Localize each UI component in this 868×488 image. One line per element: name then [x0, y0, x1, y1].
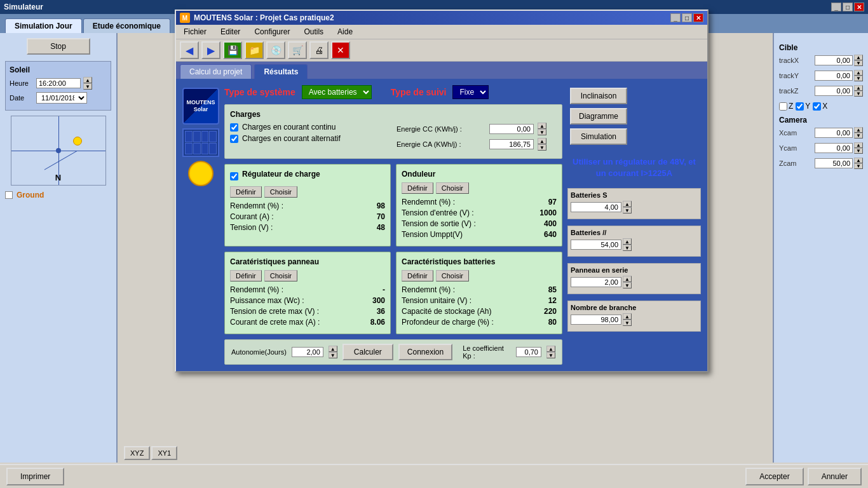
- toolbar-floppy[interactable]: 💿: [266, 41, 285, 59]
- modal-minimize[interactable]: _: [670, 13, 681, 22]
- autonomie-input[interactable]: [292, 347, 323, 357]
- autonomie-down[interactable]: ▼: [329, 352, 337, 358]
- batteries-parallel-up[interactable]: ▲: [623, 238, 632, 245]
- annuler-btn[interactable]: Annuler: [808, 468, 862, 485]
- toolbar-print[interactable]: 🖨: [309, 41, 329, 59]
- nombre-branche-down[interactable]: ▼: [623, 320, 632, 326]
- zcam-up[interactable]: ▲: [854, 158, 863, 163]
- pan-define-row: Définir Choisir: [230, 270, 385, 281]
- energie-ca-up[interactable]: ▲: [538, 138, 546, 144]
- calculer-btn[interactable]: Calculer: [342, 344, 393, 360]
- menu-outils[interactable]: Outils: [300, 26, 327, 37]
- trackZ-input[interactable]: [815, 86, 853, 96]
- trackX-input[interactable]: [815, 55, 853, 65]
- batt-choisir-btn[interactable]: Choisir: [436, 270, 469, 281]
- kp-down[interactable]: ▼: [546, 352, 555, 358]
- diagramme-btn[interactable]: Diagramme: [570, 108, 627, 125]
- nombre-branche-up[interactable]: ▲: [623, 313, 632, 320]
- tab-calcul[interactable]: Calcul du projet: [180, 64, 252, 79]
- trackX-up[interactable]: ▲: [854, 55, 863, 60]
- panneau-serie-input[interactable]: [571, 277, 621, 287]
- trackY-up[interactable]: ▲: [854, 70, 863, 76]
- x-check-item: X: [813, 102, 827, 111]
- tab-simulation-jour[interactable]: Simulation Jour: [5, 18, 82, 33]
- simulation-btn[interactable]: Simulation: [570, 128, 627, 145]
- ond-definir-btn[interactable]: Définir: [402, 182, 433, 194]
- tab-etude-economique[interactable]: Etude économique: [83, 18, 170, 33]
- system-type-select[interactable]: Avec batteries: [302, 85, 372, 99]
- toolbar-save-green[interactable]: 💾: [223, 41, 242, 59]
- modal-close[interactable]: ✕: [693, 13, 703, 22]
- maximize-btn[interactable]: □: [843, 3, 853, 11]
- modal-maximize[interactable]: □: [682, 13, 692, 22]
- heure-input[interactable]: [36, 78, 81, 88]
- xy1-btn[interactable]: XY1: [151, 446, 177, 460]
- panneau-serie-down[interactable]: ▼: [623, 282, 632, 288]
- imprimer-btn[interactable]: Imprimer: [6, 468, 64, 485]
- reg-definir-btn[interactable]: Définir: [230, 186, 262, 198]
- ca-checkbox[interactable]: [230, 135, 238, 143]
- toolbar-back[interactable]: ◀: [180, 41, 199, 59]
- nombre-branche-input[interactable]: [571, 315, 621, 325]
- autonomie-up[interactable]: ▲: [329, 346, 337, 352]
- stop-button[interactable]: Stop: [27, 38, 90, 55]
- xcam-up[interactable]: ▲: [854, 127, 863, 133]
- pan-choisir-btn[interactable]: Choisir: [264, 270, 297, 281]
- tab-resultats[interactable]: Résultats: [254, 64, 308, 79]
- ycam-input[interactable]: [815, 143, 853, 153]
- xcam-input[interactable]: [815, 128, 853, 138]
- menu-fichier[interactable]: Fichier: [180, 26, 210, 37]
- ond-choisir-btn[interactable]: Choisir: [436, 182, 469, 194]
- energie-cc-up[interactable]: ▲: [538, 123, 546, 129]
- xcam-down[interactable]: ▼: [854, 133, 863, 139]
- x-checkbox[interactable]: [813, 102, 821, 111]
- batteries-s-input[interactable]: [571, 202, 621, 212]
- batteries-s-up[interactable]: ▲: [623, 201, 632, 207]
- menu-configurer[interactable]: Configurer: [250, 26, 294, 37]
- trackY-down[interactable]: ▼: [854, 76, 863, 81]
- date-select[interactable]: 11/01/2018: [36, 92, 87, 104]
- menu-aide[interactable]: Aide: [334, 26, 356, 37]
- reg-choisir-btn[interactable]: Choisir: [264, 186, 297, 198]
- connexion-btn[interactable]: Connexion: [398, 344, 452, 360]
- energie-cc-input[interactable]: [489, 124, 534, 134]
- heure-spin-up[interactable]: ▲: [83, 77, 92, 83]
- inclinaison-btn[interactable]: Inclinaison: [570, 88, 627, 104]
- trackZ-down[interactable]: ▼: [854, 91, 863, 97]
- panel-cell: [209, 131, 217, 142]
- y-checkbox[interactable]: [796, 102, 804, 111]
- z-checkbox[interactable]: [779, 102, 787, 111]
- batteries-parallel-input[interactable]: [571, 240, 621, 250]
- kp-up[interactable]: ▲: [546, 346, 555, 352]
- heure-spin-down[interactable]: ▼: [83, 83, 92, 90]
- pan-definir-btn[interactable]: Définir: [230, 270, 262, 281]
- toolbar-cart[interactable]: 🛒: [288, 41, 307, 59]
- energie-ca-input[interactable]: [489, 139, 534, 149]
- zcam-input[interactable]: [815, 158, 853, 168]
- trackX-down[interactable]: ▼: [854, 60, 863, 66]
- energie-cc-down[interactable]: ▼: [538, 129, 546, 135]
- batteries-s-down[interactable]: ▼: [623, 207, 632, 214]
- energie-ca-down[interactable]: ▼: [538, 144, 546, 151]
- panneau-serie-up[interactable]: ▲: [623, 276, 632, 282]
- batteries-parallel-down[interactable]: ▼: [623, 245, 632, 251]
- trackZ-up[interactable]: ▲: [854, 85, 863, 91]
- accepter-btn[interactable]: Accepter: [745, 468, 803, 485]
- close-btn[interactable]: ✕: [854, 3, 864, 11]
- suivi-select[interactable]: Fixe: [452, 85, 489, 99]
- ground-checkbox[interactable]: [5, 191, 13, 199]
- cc-checkbox[interactable]: [230, 123, 238, 132]
- kp-input[interactable]: [516, 347, 541, 357]
- menu-editer[interactable]: Editer: [217, 26, 244, 37]
- ycam-down[interactable]: ▼: [854, 148, 863, 154]
- zcam-down[interactable]: ▼: [854, 163, 863, 169]
- minimize-btn[interactable]: _: [831, 3, 841, 11]
- toolbar-forward[interactable]: ▶: [201, 41, 220, 59]
- trackY-input[interactable]: [815, 71, 853, 81]
- toolbar-close-red[interactable]: ✕: [331, 41, 350, 59]
- xyz-btn[interactable]: XYZ: [124, 446, 150, 460]
- reg-checkbox[interactable]: [230, 172, 238, 180]
- batt-definir-btn[interactable]: Définir: [402, 270, 433, 281]
- ycam-up[interactable]: ▲: [854, 142, 863, 148]
- toolbar-folder[interactable]: 📁: [245, 41, 264, 59]
